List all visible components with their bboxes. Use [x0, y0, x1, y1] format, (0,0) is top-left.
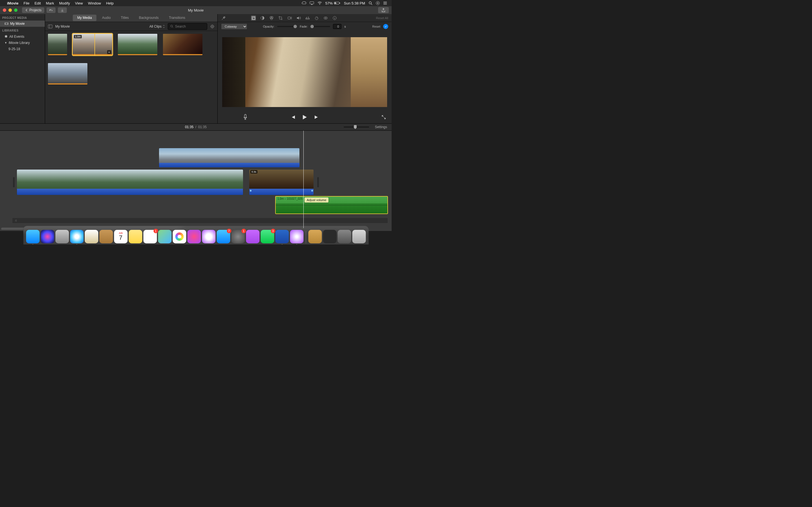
spotlight-icon[interactable] — [367, 1, 374, 5]
import-button[interactable] — [47, 7, 56, 13]
color-balance-icon[interactable] — [260, 15, 265, 20]
dock-dark-folder-icon[interactable] — [323, 230, 336, 243]
menu-modify[interactable]: Modify — [57, 1, 72, 5]
clip-thumb-3[interactable] — [118, 34, 157, 56]
siri-menubar-icon[interactable] — [374, 1, 382, 5]
dock-finder-icon[interactable] — [26, 230, 40, 243]
tab-audio[interactable]: Audio — [97, 14, 116, 22]
tab-transitions[interactable]: Transitions — [164, 14, 190, 22]
clip-thumb-1[interactable] — [48, 34, 67, 56]
close-button[interactable] — [3, 8, 6, 12]
dock-safari-icon[interactable] — [70, 230, 84, 243]
notification-center-icon[interactable] — [382, 1, 389, 5]
play-button[interactable] — [302, 114, 307, 120]
dock-podcasts-icon[interactable] — [202, 230, 215, 243]
sidebar-imovie-library[interactable]: ▼iMovie Library — [0, 40, 45, 46]
clip-filter-icon[interactable] — [323, 15, 328, 20]
tab-titles[interactable]: Titles — [116, 14, 134, 22]
playhead[interactable] — [303, 131, 304, 228]
wifi-icon[interactable] — [316, 1, 324, 5]
opacity-slider[interactable] — [277, 26, 297, 27]
dock-notes-icon[interactable] — [129, 230, 142, 243]
sidebar-event-9-25-18[interactable]: 9-25-18 — [0, 46, 45, 52]
voiceover-mic-icon[interactable] — [243, 114, 248, 120]
dock-wallet-icon[interactable] — [338, 230, 351, 243]
background-music-well[interactable]: ♫ — [12, 218, 388, 223]
primary-clip-1[interactable] — [17, 170, 243, 195]
tab-backgrounds[interactable]: Backgrounds — [134, 14, 164, 22]
menu-help[interactable]: Help — [103, 1, 116, 5]
preview-viewer[interactable] — [218, 31, 392, 111]
menu-file[interactable]: File — [21, 1, 32, 5]
sidebar-all-events[interactable]: ✱All Events — [0, 33, 45, 40]
next-button[interactable] — [314, 115, 319, 119]
dock-messages-icon[interactable]: 3 — [260, 230, 274, 243]
fade-value[interactable]: 0 — [333, 24, 342, 29]
maximize-button[interactable] — [14, 8, 17, 12]
volume-icon[interactable] — [296, 15, 301, 20]
all-clips-dropdown[interactable]: All Clips — [149, 24, 165, 29]
app-menu[interactable]: iMovie — [4, 1, 21, 5]
dock-siri-icon[interactable] — [41, 230, 54, 243]
overlay-settings-icon[interactable] — [251, 15, 256, 20]
dock-preferences-icon[interactable]: 1 — [231, 230, 245, 243]
menu-edit[interactable]: Edit — [32, 1, 43, 5]
clip-thumb-5[interactable] — [48, 63, 87, 86]
download-button[interactable] — [58, 7, 67, 13]
overlay-mode-select[interactable]: Cutaway — [221, 23, 247, 30]
fade-slider[interactable] — [310, 26, 330, 27]
color-correction-icon[interactable] — [269, 15, 274, 20]
battery-status[interactable]: 57% — [324, 1, 342, 5]
dock-appstore-icon[interactable]: 7 — [216, 230, 230, 243]
dock-itunes-icon[interactable] — [187, 230, 201, 243]
menu-window[interactable]: Window — [86, 1, 103, 5]
reset-button[interactable]: Reset — [372, 25, 380, 28]
stabilization-icon[interactable] — [287, 15, 292, 20]
airplay-icon[interactable] — [308, 1, 316, 5]
primary-clip-2[interactable]: 8.9s — [249, 170, 313, 195]
info-icon[interactable] — [332, 15, 337, 20]
noise-reduction-icon[interactable] — [305, 15, 310, 20]
prev-button[interactable] — [290, 115, 296, 119]
dock-photos-icon[interactable] — [172, 230, 186, 243]
menu-view[interactable]: View — [72, 1, 86, 5]
svg-rect-9 — [50, 9, 51, 10]
speed-icon[interactable] — [314, 15, 319, 20]
dock-calendar-icon[interactable]: JUN7 — [114, 230, 128, 243]
dock-word-icon[interactable] — [275, 230, 289, 243]
sidebar-toggle-icon[interactable] — [48, 24, 52, 29]
search-field[interactable] — [168, 23, 207, 30]
projects-back-button[interactable]: Projects — [22, 7, 44, 13]
menu-mark[interactable]: Mark — [43, 1, 57, 5]
browser-settings-icon[interactable] — [210, 24, 214, 29]
connected-audio-clip[interactable]: 1.0m – 101027_025 — [275, 196, 388, 214]
reset-all-button[interactable]: Reset All — [376, 16, 388, 20]
dock-maps-icon[interactable] — [158, 230, 171, 243]
crop-icon[interactable] — [278, 15, 283, 20]
apply-check-icon[interactable]: ✓ — [383, 24, 388, 29]
clip-thumb-2-selected[interactable]: 1.0m + — [73, 34, 112, 56]
fullscreen-icon[interactable] — [382, 115, 386, 119]
add-clip-icon[interactable]: + — [107, 50, 111, 54]
sidebar-project-mymovie[interactable]: My Movie — [0, 20, 45, 27]
dock-downloads-icon[interactable] — [308, 230, 322, 243]
dock-imovie-icon[interactable] — [290, 230, 303, 243]
enhance-icon[interactable] — [221, 15, 226, 20]
clip-thumb-4[interactable] — [163, 34, 202, 56]
minimize-button[interactable] — [8, 8, 12, 12]
dock-feedback-icon[interactable] — [246, 230, 259, 243]
dock-mail-icon[interactable] — [85, 230, 98, 243]
share-button[interactable] — [378, 7, 389, 13]
overlay-clip[interactable] — [159, 148, 299, 167]
datetime[interactable]: Sun 5:38 PM — [342, 1, 367, 5]
zoom-slider[interactable] — [344, 126, 369, 128]
dock-launchpad-icon[interactable] — [55, 230, 69, 243]
timeline-settings-button[interactable]: Settings — [375, 125, 387, 129]
tab-my-media[interactable]: My Media — [73, 15, 96, 21]
dock-contacts-icon[interactable] — [99, 230, 113, 243]
dock-trash-icon[interactable] — [352, 230, 366, 243]
timeline[interactable]: 8.9s 1.0m – 101027_025 Adjust volume ♫ — [0, 131, 392, 231]
dock-reminders-icon[interactable]: 1 — [143, 230, 157, 243]
search-input[interactable] — [175, 24, 203, 29]
cloud-icon[interactable] — [300, 1, 308, 5]
